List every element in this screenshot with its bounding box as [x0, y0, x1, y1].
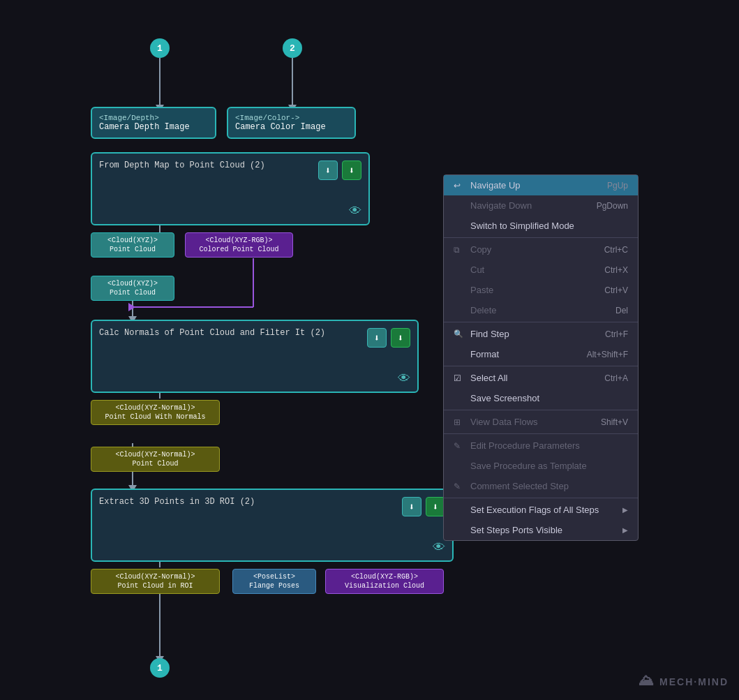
format-shortcut: Alt+Shift+F: [587, 350, 628, 359]
depth-input-node[interactable]: <Image/Depth> Camera Depth Image: [91, 107, 216, 139]
step2-down-icon[interactable]: ⬇: [367, 328, 387, 348]
input-badge-2: 2: [283, 38, 302, 58]
port-pose-list: <PoseList> Flange Poses: [232, 569, 316, 594]
port-xyz-normal-1-line1: <Cloud(XYZ-Normal)>: [97, 403, 214, 412]
port-xyz-normal-1-line2: Point Cloud With Normals: [97, 412, 214, 422]
menu-navigate-down: Navigate Down PgDown: [444, 195, 638, 216]
menu-edit-procedure: ✎ Edit Procedure Parameters: [444, 435, 638, 456]
navigate-down-shortcut: PgDown: [597, 201, 628, 211]
separator-5: [444, 433, 638, 434]
port-xyz-rgb-1-line1: <Cloud(XYZ-RGB)>: [191, 236, 287, 245]
svg-marker-15: [128, 303, 135, 311]
step1-icons: ⬇ ⬇: [318, 161, 361, 180]
step2-icons: ⬇ ⬇: [367, 328, 410, 348]
edit-procedure-icon: ✎: [454, 441, 465, 451]
menu-save-screenshot[interactable]: Save Screenshot: [444, 388, 638, 408]
menu-find-step-label: Find Step: [470, 329, 509, 339]
menu-ports-visible[interactable]: Set Steps Ports Visible ▶: [444, 520, 638, 540]
port-xyz-1-line2: Point Cloud: [97, 245, 168, 254]
port-xyz-2-line1: <Cloud(XYZ)>: [97, 279, 168, 288]
step3-title: Extract 3D Points in 3D ROI (2): [99, 497, 255, 507]
paste-shortcut: Ctrl+V: [604, 285, 628, 295]
menu-ports-visible-label: Set Steps Ports Visible: [470, 525, 562, 535]
menu-select-all[interactable]: ☑ Select All Ctrl+A: [444, 368, 638, 388]
menu-select-all-label: Select All: [470, 373, 507, 383]
menu-simplified-mode[interactable]: Switch to Simplified Mode: [444, 216, 638, 236]
menu-paste-label: Paste: [470, 285, 493, 295]
menu-execution-flags-label: Set Execution Flags of All Steps: [470, 505, 599, 515]
depth-node-line1: <Image/Depth>: [99, 114, 208, 122]
port-pose-list-line2: Flange Poses: [239, 581, 310, 590]
menu-navigate-up[interactable]: ↩ Navigate Up PgUp: [444, 175, 638, 195]
menu-copy: ⧉ Copy Ctrl+C: [444, 239, 638, 260]
menu-copy-label: Copy: [470, 244, 491, 255]
canvas-area: 1 2 <Image/Depth> Camera Depth Image <Im…: [0, 0, 739, 700]
port-xyz-2: <Cloud(XYZ)> Point Cloud: [91, 276, 174, 301]
color-input-node[interactable]: <Image/Color-> Camera Color Image: [227, 107, 356, 139]
port-viz-cloud-line2: Visualization Cloud: [331, 581, 438, 590]
menu-view-data-flows-label: View Data Flows: [470, 417, 538, 427]
view-data-flows-icon: ⊞: [454, 417, 465, 427]
menu-find-step[interactable]: 🔍 Find Step Ctrl+F: [444, 324, 638, 344]
step2-download-icon[interactable]: ⬇: [391, 328, 410, 348]
step1-title: From Depth Map to Point Cloud (2): [99, 161, 265, 170]
port-xyz-rgb-1: <Cloud(XYZ-RGB)> Colored Point Cloud: [185, 232, 293, 258]
color-node-line1: <Image/Color->: [235, 114, 348, 122]
separator-6: [444, 498, 638, 498]
mech-mind-logo: ⛰ MECH·MIND: [639, 671, 729, 690]
menu-delete-label: Delete: [470, 305, 497, 315]
port-xyz-normal-1: <Cloud(XYZ-Normal)> Point Cloud With Nor…: [91, 400, 220, 425]
step1-download-icon[interactable]: ⬇: [342, 161, 361, 180]
find-step-icon: 🔍: [454, 329, 465, 338]
execution-flags-arrow: ▶: [622, 506, 628, 514]
port-xyz-1: <Cloud(XYZ)> Point Cloud: [91, 232, 174, 258]
find-step-shortcut: Ctrl+F: [605, 329, 628, 339]
step-node-3[interactable]: Extract 3D Points in 3D ROI (2) ⬇ ⬇ 👁: [91, 489, 454, 562]
step1-down-icon[interactable]: ⬇: [318, 161, 338, 180]
port-xyz-normal-2-line1: <Cloud(XYZ-Normal)>: [97, 450, 214, 459]
copy-icon: ⧉: [454, 245, 465, 255]
step2-eye-icon: 👁: [398, 371, 410, 386]
step3-icons: ⬇ ⬇: [402, 497, 445, 516]
step3-eye-icon: 👁: [433, 540, 445, 555]
menu-comment-step: ✎ Comment Selected Step: [444, 476, 638, 496]
port-xyz-1-line1: <Cloud(XYZ)>: [97, 236, 168, 245]
menu-navigate-up-label: Navigate Up: [470, 180, 521, 191]
separator-1: [444, 237, 638, 238]
menu-view-data-flows: ⊞ View Data Flows Shift+V: [444, 412, 638, 432]
comment-step-icon: ✎: [454, 482, 465, 491]
menu-format[interactable]: Format Alt+Shift+F: [444, 344, 638, 364]
port-xyz-2-line2: Point Cloud: [97, 288, 168, 297]
menu-edit-procedure-label: Edit Procedure Parameters: [470, 440, 580, 451]
port-roi-cloud-line2: Point Cloud in ROI: [97, 581, 214, 590]
menu-comment-step-label: Comment Selected Step: [470, 481, 569, 491]
output-badge-1: 1: [150, 658, 170, 678]
port-xyz-normal-2-line2: Point Cloud: [97, 459, 214, 468]
step3-down-icon[interactable]: ⬇: [402, 497, 421, 516]
separator-4: [444, 410, 638, 410]
step1-eye-icon: 👁: [349, 204, 361, 218]
input-badge-1: 1: [150, 38, 170, 58]
delete-shortcut: Del: [615, 306, 628, 315]
separator-3: [444, 366, 638, 366]
port-roi-cloud-line1: <Cloud(XYZ-Normal)>: [97, 572, 214, 581]
menu-delete: Delete Del: [444, 300, 638, 320]
menu-cut-label: Cut: [470, 265, 484, 275]
view-data-flows-shortcut: Shift+V: [601, 417, 628, 427]
cut-shortcut: Ctrl+X: [604, 265, 628, 275]
select-all-icon: ☑: [454, 373, 465, 383]
step-node-1[interactable]: From Depth Map to Point Cloud (2) ⬇ ⬇ 👁: [91, 152, 370, 225]
step3-download-icon[interactable]: ⬇: [426, 497, 445, 516]
port-xyz-rgb-1-line2: Colored Point Cloud: [191, 245, 287, 254]
step-node-2[interactable]: Calc Normals of Point Cloud and Filter I…: [91, 320, 419, 393]
copy-shortcut: Ctrl+C: [604, 245, 628, 255]
menu-save-screenshot-label: Save Screenshot: [470, 393, 539, 403]
select-all-shortcut: Ctrl+A: [604, 373, 628, 383]
menu-simplified-mode-label: Switch to Simplified Mode: [470, 221, 574, 231]
menu-navigate-down-label: Navigate Down: [470, 200, 532, 211]
color-node-line2: Camera Color Image: [235, 122, 348, 132]
context-menu: ↩ Navigate Up PgUp Navigate Down PgDown …: [443, 174, 639, 541]
depth-node-line2: Camera Depth Image: [99, 122, 208, 132]
menu-save-template: Save Procedure as Template: [444, 456, 638, 476]
menu-execution-flags[interactable]: Set Execution Flags of All Steps ▶: [444, 500, 638, 520]
